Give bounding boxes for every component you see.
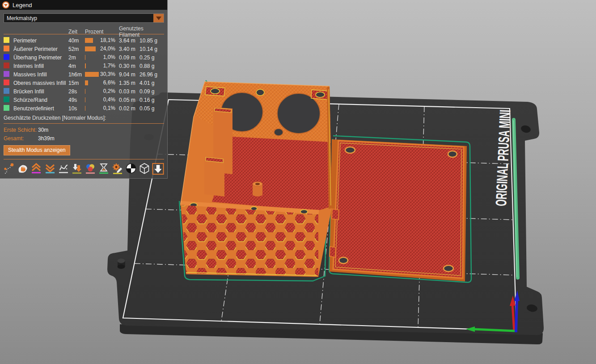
model-plate[interactable] [330,139,467,281]
legend-row: Überhang Perimeter2m1,0%0.09 m0.25 g [4,53,164,62]
feature-label: Äußerer Perimeter [13,46,68,52]
feature-percent-cell: 6,6% [85,79,119,87]
feature-color-swatch [4,46,9,51]
percent-value: 18,1% [100,37,115,43]
seams-icon[interactable] [58,162,69,176]
filament-weight: 26.96 g [139,71,164,78]
filament-weight: 0.88 g [139,63,164,69]
percent-value: 1,7% [103,63,115,69]
percent-bar [85,63,86,68]
deretractions-icon[interactable] [44,162,56,176]
total-time-label: Gesamt: [4,135,38,142]
filament-weight: 10.14 g [139,46,164,52]
shells-icon[interactable] [139,162,150,176]
feature-time: 15m [68,80,85,86]
filament-length: 0.30 m [119,63,139,69]
legend-titlebar[interactable]: Legend [0,0,167,10]
feature-percent-cell: 0,4% [85,96,119,104]
feature-label: Perimeter [13,38,68,44]
percent-bar [85,97,85,102]
col-zeit: Zeit [68,29,85,35]
col-prozent: Prozent [85,29,119,35]
retractions-icon[interactable] [30,162,42,176]
filament-length: 3.40 m [119,46,139,52]
legend-row: Massives Infill1h6m30,3%9.04 m26.96 g [4,70,164,79]
dropdown-arrow-button[interactable] [153,14,164,22]
percent-bar [85,80,88,85]
filament-weight: 10.85 g [139,38,164,44]
feature-label: Oberes massives Infill [13,80,68,86]
feature-percent-cell: 0,2% [85,87,119,96]
filament-length: 0.02 m [119,105,139,112]
filament-length: 0.09 m [119,54,139,61]
legend-row: Benutzerdefiniert10s0,1%0.02 m0.05 g [4,104,164,113]
percent-value: 24,0% [100,46,115,52]
legend-table-header: Zeit Prozent Genutztes Filament [4,25,164,33]
percent-bar [85,106,85,111]
box-honeycomb-face [182,205,318,276]
bed-pin [118,259,126,269]
percent-bar [85,72,99,77]
separator [4,123,164,124]
percent-value: 0,2% [103,88,115,94]
tool-marker-icon[interactable] [152,162,164,176]
feature-type-value: Merkmalstyp [4,15,153,21]
filament-length: 0.05 m [119,97,139,103]
custom-gcode-icon[interactable] [112,162,123,176]
feature-label: Internes Infill [13,63,68,69]
travel-moves-icon[interactable] [4,162,15,176]
filament-weight: 0.09 g [139,88,164,95]
legend-row: Äußerer Perimeter52m24,0%3.40 m10.14 g [4,45,164,53]
small-hole [256,89,264,96]
legend-row: Brücken Infill28s0,2%0.03 m0.09 g [4,87,164,96]
feature-type-dropdown[interactable]: Merkmalstyp [4,13,164,23]
feature-time: 10s [68,105,85,112]
first-layer-value: 30m [38,127,48,133]
percent-bar [85,89,85,94]
feature-time: 52m [68,46,85,52]
percent-value: 0,1% [103,105,115,111]
color-changes-icon[interactable] [85,162,96,176]
estimates-title: Geschätzte Druckzeiten [Normaler Modus]: [4,115,164,121]
filament-length: 3.64 m [119,38,139,44]
feature-label: Schürze/Rand [13,97,68,103]
box-peg [253,182,262,197]
feature-percent-cell: 24,0% [85,45,119,53]
stealth-mode-button[interactable]: Stealth Modus anzeigen [4,145,70,155]
feature-time: 49s [68,97,85,103]
filament-weight: 0.25 g [139,54,164,61]
feature-percent-cell: 0,1% [85,104,119,113]
total-time-row: Gesamt: 3h39m [4,134,164,142]
wipe-icon[interactable] [17,162,29,176]
feature-color-swatch [4,96,9,102]
feature-color-swatch [4,63,9,68]
first-layer-label: Erste Schicht: [4,127,38,133]
percent-bar [85,38,93,43]
feature-color-swatch [4,71,9,77]
percent-value: 6,6% [103,79,115,86]
feature-percent-cell: 30,3% [85,70,119,79]
filament-weight: 0.16 g [139,97,164,103]
prusaslicer-icon [2,1,9,8]
small-hole [274,129,283,136]
feature-color-swatch [4,79,9,85]
percent-bar [85,55,85,60]
feature-label: Brücken Infill [13,88,68,95]
feature-label: Massives Infill [13,71,68,78]
chevron-down-icon [156,17,161,20]
percent-value: 30,3% [100,71,115,77]
separator [4,159,164,159]
legend-toolbar [4,161,164,176]
model-box[interactable] [180,82,332,277]
pause-prints-icon[interactable] [98,162,110,176]
col-filament: Genutztes Filament [119,25,164,38]
tool-changes-icon[interactable] [71,162,83,176]
feature-time: 4m [68,63,85,69]
filament-length: 1.35 m [119,80,139,86]
feature-time: 2m [68,54,85,61]
feature-label: Benutzerdefiniert [13,105,68,112]
feature-color-swatch [4,54,9,60]
feature-color-swatch [4,105,9,111]
legend-row: Schürze/Rand49s0,4%0.05 m0.16 g [4,96,164,104]
center-of-gravity-icon[interactable] [125,162,137,176]
